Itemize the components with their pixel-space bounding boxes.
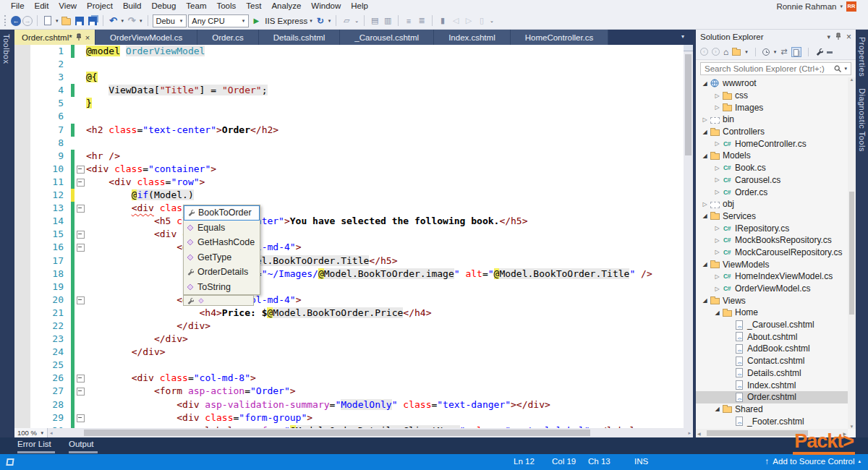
expand-icon[interactable]: ▷ [712, 189, 722, 195]
expand-icon[interactable]: ▷ [700, 201, 710, 208]
folders-icon[interactable] [732, 49, 741, 56]
completion-item-gethashcode[interactable]: GetHashCode [184, 235, 260, 250]
fold-toggle[interactable] [76, 228, 86, 241]
tree-item-mockcarouselrepository-cs[interactable]: ▷C#MockCarouselRepository.cs [696, 247, 848, 259]
tree-item-about-cshtml[interactable]: About.cshtml [696, 330, 848, 343]
tab-homecontroller-cs[interactable]: HomeController.cs [511, 30, 609, 45]
code-line-12[interactable]: 12 @if(Model.) [30, 189, 684, 202]
solution-explorer-header[interactable]: Solution Explorer ▾ × [696, 30, 856, 44]
restore-window-icon[interactable] [6, 458, 14, 466]
save-all-icon[interactable] [88, 17, 97, 25]
tree-item-orderviewmodel-cs[interactable]: ▷C#OrderViewModel.cs [696, 283, 848, 295]
menu-debug[interactable]: Debug [146, 0, 181, 12]
tree-item-index-cshtml[interactable]: Index.cshtml [696, 379, 848, 391]
prev-bookmark-icon[interactable]: ◁ [450, 15, 461, 27]
scroll-up-icon[interactable]: ▲ [850, 77, 854, 82]
collapse-icon[interactable]: ◢ [712, 309, 722, 316]
tree-item-addbook-cshtml[interactable]: AddBook.cshtml [696, 343, 848, 355]
user-account[interactable]: Ronnie Rahman ▾ RR [776, 0, 856, 12]
collapse-icon[interactable]: ◢ [700, 261, 710, 268]
pending-changes-icon[interactable] [762, 48, 770, 56]
collapse-icon[interactable]: ◢ [700, 297, 710, 304]
code-line-16[interactable]: 16 <div class="col-md-4"> [30, 241, 684, 254]
expand-icon[interactable]: ▷ [712, 286, 722, 292]
fold-toggle[interactable] [76, 372, 86, 385]
solution-explorer-search[interactable]: ▾ [700, 62, 851, 75]
completion-item-booktoorder[interactable]: BookToOrder [184, 205, 260, 221]
toolbar-overflow-icon[interactable]: ⌄ [490, 18, 494, 24]
tab-order-cshtml[interactable]: Order.cshtml*× [14, 30, 95, 45]
tree-item-order-cs[interactable]: ▷C#Order.cs [696, 186, 848, 198]
collapse-all-icon[interactable] [827, 51, 833, 54]
tree-item-viewmodels[interactable]: ◢ViewModels [696, 258, 848, 270]
fold-toggle[interactable] [76, 385, 86, 398]
code-line-13[interactable]: 13 <div class="row"> [30, 202, 684, 215]
navigate-to-icon[interactable]: ▱ [341, 15, 352, 27]
expand-icon[interactable]: ▷ [712, 249, 722, 255]
fold-toggle[interactable] [76, 202, 86, 215]
code-line-2[interactable]: 2 [30, 58, 684, 71]
home-icon[interactable]: ⌂ [723, 47, 728, 57]
code-line-22[interactable]: 22 </div> [30, 320, 684, 333]
tree-item-obj[interactable]: ▷obj [696, 198, 848, 210]
comment-icon[interactable]: ≡ [403, 15, 414, 27]
menu-team[interactable]: Team [181, 0, 211, 12]
tree-item-css[interactable]: ▷css [696, 90, 848, 102]
expand-icon[interactable]: ▷ [712, 273, 722, 280]
collapse-icon[interactable]: ◢ [712, 406, 722, 412]
scrollbar-thumb[interactable] [84, 430, 590, 436]
code-line-6[interactable]: 6 [30, 110, 684, 123]
code-line-15[interactable]: 15 <div class="row"> [30, 228, 684, 241]
pin-icon[interactable] [835, 33, 841, 41]
tree-item-mockbooksrepository-cs[interactable]: ▷C#MockBooksRepository.cs [696, 234, 848, 247]
code-line-25[interactable]: 25 [30, 359, 684, 372]
code-line-27[interactable]: 27 <form asp-action="Order"> [30, 385, 684, 398]
scroll-left-icon[interactable]: ◂ [48, 430, 55, 436]
fold-toggle[interactable] [76, 163, 86, 176]
chevron-down-icon[interactable]: ▾ [844, 66, 847, 72]
code-line-23[interactable]: 23 </div> [30, 333, 684, 346]
tree-item-carousel-cshtml[interactable]: _Carousel.cshtml [696, 319, 848, 331]
code-line-29[interactable]: 29 <div class="form-group"> [30, 411, 684, 424]
menu-build[interactable]: Build [118, 0, 147, 12]
debug-configuration-dropdown[interactable]: Debu▾ [153, 14, 187, 27]
tab-index-cshtml[interactable]: Index.cshtml [434, 30, 511, 45]
completion-item-orderdetails[interactable]: OrderDetails [184, 265, 260, 280]
code-line-10[interactable]: 10<div class="container"> [30, 163, 684, 176]
expand-icon[interactable]: ▷ [712, 104, 722, 111]
search-input[interactable] [701, 64, 834, 73]
expand-icon[interactable]: ▷ [712, 93, 722, 99]
sync-with-active-document-icon[interactable]: ⇄ [780, 47, 787, 56]
expand-icon[interactable]: ▷ [712, 237, 722, 244]
scrollbar-thumb[interactable] [685, 54, 692, 155]
fold-toggle[interactable] [76, 411, 86, 424]
open-folder-icon[interactable] [61, 18, 71, 25]
tree-item-home[interactable]: ◢Home [696, 307, 848, 319]
code-line-5[interactable]: 5} [30, 97, 684, 110]
completion-item-gettype[interactable]: GetType [184, 250, 260, 265]
tab-details-cshtml[interactable]: Details.cshtml [259, 30, 341, 45]
editor-zoom-dropdown[interactable]: 100 %▾ [14, 428, 48, 437]
chevron-down-icon[interactable]: ▾ [745, 49, 748, 55]
code-line-18[interactable]: 18 <img src="~/Images/@Model.BookToOrder… [30, 268, 684, 281]
chevron-down-icon[interactable]: ▾ [56, 18, 59, 24]
add-to-source-control-button[interactable]: ↑ Add to Source Control ▴ [765, 457, 861, 466]
intellisense-filter-bar[interactable] [183, 295, 254, 306]
chevron-down-icon[interactable]: ▾ [122, 18, 124, 24]
chevron-down-icon[interactable]: ▾ [827, 33, 830, 40]
code-editor[interactable]: 1@model OrderViewModel23@{4 ViewData["Ti… [14, 45, 693, 428]
close-icon[interactable]: × [85, 34, 90, 41]
collapse-icon[interactable]: ◢ [700, 129, 710, 135]
menu-file[interactable]: File [6, 0, 30, 12]
code-line-9[interactable]: 9<hr /> [30, 150, 684, 163]
code-line-4[interactable]: 4 ViewData["Title"] = "Order"; [30, 84, 684, 97]
scroll-left-icon[interactable]: ◀ [697, 431, 701, 436]
uncomment-icon[interactable]: ≣ [416, 15, 427, 27]
expand-icon[interactable]: ▷ [712, 225, 722, 231]
completion-item-tostring[interactable]: ToString [184, 280, 260, 295]
code-line-17[interactable]: 17 <h5>@Model.BookToOrder.Title</h5> [30, 255, 684, 268]
collapse-icon[interactable]: ◢ [700, 213, 710, 219]
expand-icon[interactable]: ▷ [712, 165, 722, 171]
find-in-files-icon[interactable]: ▤ [369, 15, 380, 27]
code-line-8[interactable]: 8 [30, 137, 684, 150]
